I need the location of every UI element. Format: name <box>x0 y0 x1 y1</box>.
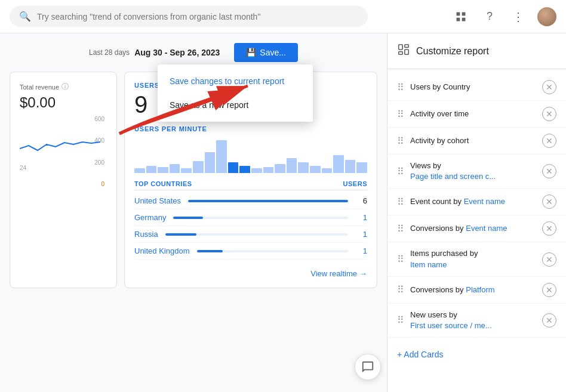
customize-panel: Customize report ⠿ Users by Country ✕ ⠿ … <box>387 33 566 392</box>
svg-rect-1 <box>462 12 466 16</box>
customize-item-label: Conversions by Event name <box>410 223 536 234</box>
bar-chart-bar <box>193 161 204 173</box>
country-row: Russia 1 <box>134 226 367 243</box>
customize-chart-icon <box>397 43 410 59</box>
save-changes-option[interactable]: Save changes to current report <box>158 69 313 93</box>
svg-rect-8 <box>399 52 402 55</box>
country-bar-ru <box>165 233 348 236</box>
drag-handle-icon[interactable]: ⠿ <box>397 314 404 326</box>
country-name-us[interactable]: United States <box>134 196 181 205</box>
remove-new-users-btn[interactable]: ✕ <box>542 313 556 328</box>
customize-item-label: New users byFirst user source / me... <box>410 310 536 331</box>
customize-item-label: Conversions by Platform <box>410 285 536 295</box>
arrow-right-icon: → <box>359 269 367 278</box>
bar-chart-bar <box>216 140 227 173</box>
drag-handle-icon[interactable]: ⠿ <box>397 223 404 234</box>
customize-item-event-count: ⠿ Event count by Event name ✕ <box>387 189 566 215</box>
remove-activity-time-btn[interactable]: ✕ <box>542 107 556 121</box>
bar-chart-bar <box>333 155 344 173</box>
remove-users-country-btn[interactable]: ✕ <box>542 80 556 94</box>
drag-handle-icon[interactable]: ⠿ <box>397 254 404 265</box>
customize-item-label: Users by Country <box>410 82 536 92</box>
bar-chart-bar <box>310 166 321 173</box>
header-right: ? ⋮ <box>451 7 556 26</box>
bar-chart-bar <box>298 162 309 173</box>
view-realtime-link[interactable]: View realtime → <box>134 269 367 278</box>
search-icon: 🔍 <box>19 11 31 22</box>
countries-list: United States 6 Germany 1 <box>134 193 367 260</box>
country-row: Germany 1 <box>134 209 367 226</box>
customize-header: Customize report <box>387 33 566 69</box>
customize-item-users-country: ⠿ Users by Country ✕ <box>387 74 566 101</box>
drag-handle-icon[interactable]: ⠿ <box>397 135 404 147</box>
customize-items-list: ⠿ Users by Country ✕ ⠿ Activity over tim… <box>387 69 566 342</box>
country-name-de[interactable]: Germany <box>134 213 166 222</box>
drag-handle-icon[interactable]: ⠿ <box>397 109 404 120</box>
bar-chart-bar <box>239 166 250 173</box>
remove-conversions-event-btn[interactable]: ✕ <box>542 221 556 236</box>
svg-rect-0 <box>457 12 460 16</box>
save-new-report-option[interactable]: Save as a new report <box>158 93 313 117</box>
svg-rect-3 <box>462 17 466 21</box>
svg-rect-2 <box>457 17 460 21</box>
main-content: Last 28 days Aug 30 - Sep 26, 2023 💾 Sav… <box>0 33 566 392</box>
header: 🔍 ? ⋮ <box>0 0 566 33</box>
bar-chart-bar <box>287 158 297 173</box>
search-input[interactable] <box>37 12 358 21</box>
customize-item-conversions-event: ⠿ Conversions by Event name ✕ <box>387 215 566 242</box>
customize-item-label: Activity by cohort <box>410 135 536 146</box>
remove-conversions-platform-btn[interactable]: ✕ <box>542 283 556 297</box>
search-bar[interactable]: 🔍 <box>10 6 368 27</box>
bar-chart-bar <box>263 167 274 173</box>
bar-chart-bar <box>322 168 333 173</box>
bar-chart-bar <box>345 160 356 173</box>
save-icon: 💾 <box>246 48 256 57</box>
add-cards-button[interactable]: + Add Cards <box>387 342 566 366</box>
drag-handle-icon[interactable]: ⠿ <box>397 166 404 177</box>
total-revenue-value: $0.00 <box>20 94 107 111</box>
date-range: Aug 30 - Sep 26, 2023 <box>134 48 220 57</box>
customize-item-activity-time: ⠿ Activity over time ✕ <box>387 101 566 128</box>
help-icon[interactable]: ? <box>480 7 499 26</box>
remove-views-page-btn[interactable]: ✕ <box>542 164 556 178</box>
save-button[interactable]: 💾 Save... <box>234 43 298 62</box>
save-button-label: Save... <box>260 48 286 57</box>
remove-activity-cohort-btn[interactable]: ✕ <box>542 134 556 148</box>
country-name-ru[interactable]: Russia <box>134 230 158 239</box>
bar-chart-bar <box>181 168 192 173</box>
bar-chart-bar <box>228 162 239 173</box>
customize-item-label: Event count by Event name <box>410 196 536 207</box>
customize-item-new-users: ⠿ New users byFirst user source / me... … <box>387 304 566 338</box>
top-countries-label: TOP COUNTRIES <box>134 180 192 187</box>
customize-item-activity-cohort: ⠿ Activity by cohort ✕ <box>387 128 566 155</box>
country-row: United Kingdom 1 <box>134 243 367 260</box>
svg-rect-5 <box>399 45 402 50</box>
customize-title: Customize report <box>416 46 489 57</box>
remove-event-count-btn[interactable]: ✕ <box>542 195 556 209</box>
chat-icon-button[interactable] <box>355 354 381 380</box>
bar-chart-bar <box>251 168 262 173</box>
customize-item-label: Activity over time <box>410 109 536 119</box>
last-28-days-label: Last 28 days <box>89 48 130 57</box>
country-row: United States 6 <box>134 193 367 209</box>
report-area: Last 28 days Aug 30 - Sep 26, 2023 💾 Sav… <box>0 33 387 392</box>
users-per-minute-chart <box>134 137 367 173</box>
save-dropdown: Save changes to current report Save as a… <box>158 64 313 122</box>
remove-items-purchased-btn[interactable]: ✕ <box>542 252 556 267</box>
country-count-uk: 1 <box>355 246 367 255</box>
total-revenue-label: Total revenue ⓘ <box>20 82 107 92</box>
info-icon[interactable]: ⓘ <box>61 82 69 92</box>
drag-handle-icon[interactable]: ⠿ <box>397 284 404 295</box>
bar-chart-bar <box>134 168 145 173</box>
bar-chart-bar <box>205 152 216 173</box>
country-name-uk[interactable]: United Kingdom <box>134 246 190 255</box>
customize-item-label: Items purchased byItem name <box>410 248 536 270</box>
drag-handle-icon[interactable]: ⠿ <box>397 82 404 93</box>
customize-item-items-purchased: ⠿ Items purchased byItem name ✕ <box>387 242 566 276</box>
country-bar-de <box>173 217 348 219</box>
drag-handle-icon[interactable]: ⠿ <box>397 196 404 208</box>
more-options-icon[interactable]: ⋮ <box>509 7 528 26</box>
avatar[interactable] <box>537 7 556 26</box>
bar-chart-bar <box>275 164 285 173</box>
grid-icon[interactable] <box>451 7 470 26</box>
